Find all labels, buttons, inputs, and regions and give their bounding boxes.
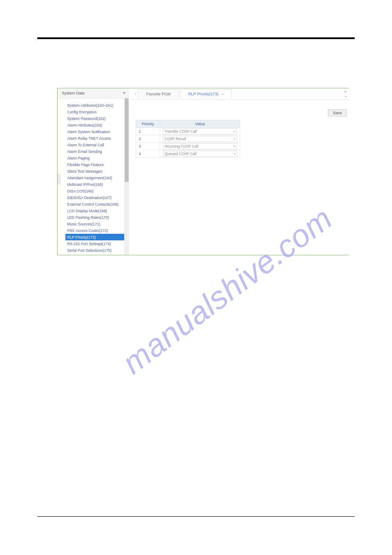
sidebar-item-alarm-email-sending[interactable]: Alarm Email Sending — [65, 148, 129, 155]
sidebar-item-rs232-port-settings[interactable]: RS-232 Port Settings(174) — [65, 240, 129, 247]
table-row: 1 Transfer CO/IP Call — [136, 128, 240, 135]
table-row: 3 Incoming CO/IP Call — [136, 143, 240, 150]
sidebar-item-alarm-attributes[interactable]: Alarm Attributes(163) — [65, 122, 129, 128]
sidebar-item-system-attributes[interactable]: System Attributes(160~161) — [65, 102, 129, 109]
sidebar-item-config-encryption[interactable]: Config Encryption — [65, 109, 129, 115]
cell-priority: 1 — [136, 128, 160, 135]
col-priority: Priority — [136, 120, 160, 128]
tab-label: Favorite PGM — [146, 92, 171, 96]
tab-label: RLP Priority(173) — [188, 92, 219, 96]
table-row: 4 Queued CO/IP Call — [136, 150, 240, 158]
sidebar-list: System Attributes(160~161) Config Encryp… — [58, 98, 129, 255]
sidebar-item-system-password[interactable]: System Password(162) — [65, 115, 129, 122]
sidebar-item-external-control-contacts[interactable]: External Control Contacts(168) — [65, 201, 129, 207]
sidebar-item-rlp-priority[interactable]: RLP Priority(173) — [65, 234, 129, 240]
priority-table: Priority Value 1 Transfer CO/IP Call 2 C… — [136, 120, 240, 158]
sidebar-item-alarm-paging[interactable]: Alarm Paging — [65, 155, 129, 161]
sidebar-scrollbar-thumb[interactable] — [125, 98, 129, 182]
tab-controls: × ⌄ — [344, 90, 348, 98]
value-select[interactable]: Queued CO/IP Call — [163, 151, 237, 157]
table-header-row: Priority Value — [136, 120, 240, 128]
value-select[interactable]: Incoming CO/IP Call — [163, 143, 237, 149]
cell-priority: 2 — [136, 135, 160, 143]
page-bottom-rule — [37, 516, 355, 517]
main-panel: ‹ Favorite PGM RLP Priority(173) × × ⌄ S… — [131, 88, 349, 255]
tab-rlp-priority[interactable]: RLP Priority(173) × — [180, 89, 232, 98]
sidebar-item-silent-text-messages[interactable]: Silent Text Messages — [65, 168, 129, 174]
sidebar-item-alarm-external-call[interactable]: Alarm To External Call — [65, 141, 129, 148]
sidebar-title: System Data — [62, 91, 85, 95]
sidebar-item-flexible-page[interactable]: Flexible Page Feature — [65, 161, 129, 168]
cell-priority: 3 — [136, 143, 160, 150]
value-select[interactable]: CO/IP Recall — [163, 136, 237, 142]
sidebar-item-led-flashing-rates[interactable]: LED Flashing Rates(170) — [65, 214, 129, 221]
sidebar-item-music-sources[interactable]: Music Sources(171) — [65, 221, 129, 227]
sidebar-item-multicast-ip-port[interactable]: Multicast IP/Port(165) — [65, 181, 129, 188]
save-button[interactable]: Save — [328, 109, 347, 116]
sidebar-item-alarm-system-notification[interactable]: Alarm System Notification — [65, 128, 129, 135]
sidebar-header[interactable]: System Data — [58, 88, 129, 98]
sidebar-item-did-disa-destination[interactable]: DID/DISA Destination(167) — [65, 194, 129, 201]
sidebar-item-serial-port-selections[interactable]: Serial Port Selections(175) — [65, 247, 129, 254]
sidebar-item-pulse-dial-ratio[interactable]: Pulse Dial (Break/Make) Ratio(176) — [65, 254, 129, 255]
col-value: Value — [160, 120, 240, 128]
tab-dropdown-icon[interactable]: ⌄ — [344, 94, 348, 98]
tab-scroll-left-icon[interactable]: ‹ — [133, 91, 138, 96]
cell-priority: 4 — [136, 150, 160, 158]
sidebar: System Data System Attributes(160~161) C… — [58, 88, 129, 255]
sidebar-item-pbx-access-codes[interactable]: PBX Access Codes(172) — [65, 227, 129, 234]
sidebar-collapse-handle[interactable] — [58, 174, 60, 185]
table-row: 2 CO/IP Recall — [136, 135, 240, 143]
sidebar-item-attendant-assignment[interactable]: Attendant Assignment(164) — [65, 174, 129, 181]
close-icon[interactable]: × — [219, 92, 223, 96]
sidebar-scrollbar-track[interactable] — [124, 98, 129, 255]
content-area: Save Priority Value 1 Transfer CO/IP Cal… — [131, 100, 349, 164]
value-select[interactable]: Transfer CO/IP Call — [163, 128, 237, 134]
sidebar-item-disa-cos[interactable]: DISA COS(166) — [65, 188, 129, 194]
sidebar-item-alarm-relay-tnet[interactable]: Alarm Relay TNET Access — [65, 135, 129, 141]
tab-bar: ‹ Favorite PGM RLP Priority(173) × × ⌄ — [131, 88, 349, 100]
app-window: System Data System Attributes(160~161) C… — [57, 88, 349, 255]
tab-favorite-pgm[interactable]: Favorite PGM — [138, 89, 179, 98]
sidebar-item-lcd-display-mode[interactable]: LCD Display Mode(169) — [65, 207, 129, 214]
page-top-rule — [37, 37, 355, 39]
